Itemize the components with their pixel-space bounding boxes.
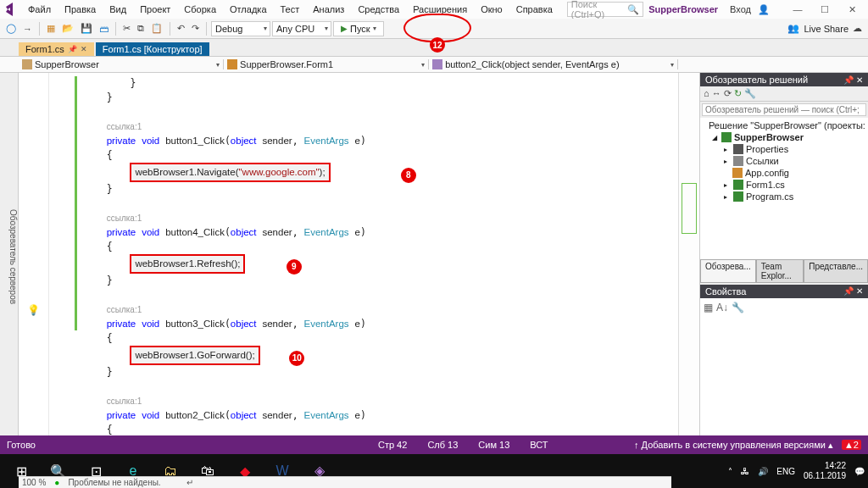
pin-icon[interactable]: 📌 [843, 75, 854, 85]
menu-tools[interactable]: Средства [352, 3, 405, 16]
new-project-icon[interactable]: ▦ [44, 22, 58, 35]
nav-project[interactable]: SupperBrowser [19, 59, 224, 69]
minimap-viewport[interactable] [682, 183, 697, 234]
props-wrench-icon[interactable]: 🔧 [732, 302, 744, 313]
menu-edit[interactable]: Правка [58, 3, 102, 16]
sign-in[interactable]: Вход [730, 4, 751, 14]
tray-chevron-icon[interactable]: ˄ [728, 467, 732, 476]
solution-root[interactable]: Решение "SupperBrowser" (проекты: 1 и [709, 120, 868, 130]
properties-panel: ▦ A↓ 🔧 [700, 298, 868, 436]
zoom-level[interactable]: 100 % [22, 478, 46, 487]
tab-team-explorer[interactable]: Team Explor... [756, 259, 804, 283]
open-icon[interactable]: 📂 [59, 22, 76, 35]
form1-node[interactable]: Form1.cs [746, 180, 785, 190]
menu-build[interactable]: Сборка [178, 3, 222, 16]
project-node[interactable]: SupperBrowser [734, 132, 804, 142]
tab-solution[interactable]: Обозрева... [700, 259, 756, 283]
quick-search[interactable]: Поиск (Ctrl+Q) 🔍 [567, 2, 643, 17]
menu-view[interactable]: Вид [103, 3, 132, 16]
solution-tree[interactable]: Решение "SupperBrowser" (проекты: 1 и ◢S… [700, 118, 868, 259]
categorized-icon[interactable]: ▦ [704, 302, 713, 313]
server-explorer-rail[interactable]: Обозреватель серверов [0, 73, 19, 435]
tab-form1-cs[interactable]: Form1.cs 📌 ✕ [19, 42, 94, 56]
minimize-button[interactable]: — [785, 2, 810, 17]
ok-icon: ● [54, 478, 59, 487]
menu-test[interactable]: Тест [275, 3, 306, 16]
home-icon[interactable]: ⌂ [704, 88, 709, 99]
csproj-icon [721, 132, 732, 142]
paste-icon[interactable]: 📋 [148, 22, 165, 35]
status-ins: ВСТ [530, 440, 548, 450]
menu-help[interactable]: Справка [510, 3, 559, 16]
solution-explorer-header[interactable]: Обозреватель решений 📌✕ [700, 73, 868, 86]
code-view[interactable]: } } ссылка:1 private void button1_Click(… [49, 73, 678, 435]
network-icon[interactable]: 🖧 [741, 467, 749, 476]
highlight-10: webBrowser1.GoForward(); [130, 346, 259, 365]
liveshare-icon[interactable]: 👥 [785, 22, 802, 35]
feedback-icon[interactable]: ☁ [850, 22, 865, 35]
right-panel-tabs: Обозрева... Team Explor... Представле... [700, 259, 868, 283]
save-icon[interactable]: 💾 [78, 22, 95, 35]
volume-icon[interactable]: 🔊 [758, 467, 768, 476]
solution-explorer-title: Обозреватель решений [705, 75, 808, 85]
tab-label: Form1.cs [25, 44, 64, 54]
properties-header[interactable]: Свойства 📌✕ [700, 285, 868, 298]
menu-file[interactable]: Файл [22, 3, 57, 16]
tab-form1-designer[interactable]: Form1.cs [Конструктор] [96, 42, 209, 56]
save-all-icon[interactable]: 🗃 [97, 23, 111, 35]
live-share-label[interactable]: Live Share [804, 24, 849, 34]
solution-search[interactable] [700, 102, 868, 118]
crlf-icon[interactable]: ↵ [186, 478, 193, 487]
pin-icon[interactable]: 📌 [68, 45, 77, 53]
platform-combo[interactable]: Any CPU [272, 21, 331, 36]
lightbulb-icon[interactable]: 💡 [27, 304, 40, 316]
collapse-icon[interactable]: ↔ [712, 88, 721, 99]
refresh-icon[interactable]: ↻ [734, 88, 742, 99]
clock[interactable]: 14:22 06.11.2019 [804, 461, 846, 481]
action-center-icon[interactable]: 💬 [854, 467, 865, 476]
copy-icon[interactable]: ⧉ [135, 22, 147, 35]
lang-indicator[interactable]: ENG [776, 467, 795, 476]
change-marker [75, 76, 77, 330]
highlight-8: webBrowser1.Navigate("www.google.com"); [130, 163, 330, 182]
undo-icon[interactable]: ↶ [175, 22, 187, 35]
menu-debug[interactable]: Отладка [224, 3, 272, 16]
references-node[interactable]: Ссылки [746, 156, 779, 166]
nav-method[interactable]: button2_Click(object sender, EventArgs e… [429, 59, 678, 69]
scm-add[interactable]: ↑ Добавить в систему управления версиями… [634, 440, 833, 451]
config-combo[interactable]: Debug [211, 21, 270, 36]
appconfig-node[interactable]: App.config [745, 168, 789, 178]
properties-node[interactable]: Properties [746, 144, 788, 154]
show-all-icon[interactable]: ⟳ [724, 88, 732, 99]
menu-window[interactable]: Окно [475, 3, 509, 16]
program-node[interactable]: Program.cs [746, 191, 793, 202]
app-title: SupperBrowser [643, 4, 723, 14]
tab-class-view[interactable]: Представле... [804, 259, 868, 283]
system-tray[interactable]: ˄ 🖧 🔊 ENG 14:22 06.11.2019 💬 [728, 461, 865, 481]
pin-icon[interactable]: 📌 [843, 286, 854, 296]
start-debug-button[interactable]: ▶ Пуск ▾ [333, 21, 384, 36]
play-icon: ▶ [341, 24, 348, 33]
notification-icon[interactable]: ▲2 [842, 440, 861, 450]
cut-icon[interactable]: ✂ [120, 22, 133, 35]
solution-search-input[interactable] [702, 103, 866, 116]
start-label: Пуск [350, 24, 370, 34]
close-icon[interactable]: ✕ [856, 286, 863, 296]
menu-project[interactable]: Проект [134, 3, 176, 16]
minimap[interactable] [678, 73, 700, 435]
error-status[interactable]: Проблемы не найдены. [68, 478, 160, 487]
close-icon[interactable]: ✕ [856, 75, 863, 85]
nav-fwd-icon[interactable]: → [20, 23, 35, 35]
close-tab-icon[interactable]: ✕ [81, 45, 87, 53]
user-icon[interactable]: 👤 [758, 4, 770, 15]
nav-class[interactable]: SupperBrowser.Form1 [224, 59, 429, 69]
alphabetical-icon[interactable]: A↓ [716, 302, 728, 313]
maximize-button[interactable]: ☐ [812, 2, 837, 17]
close-button[interactable]: ✕ [839, 2, 865, 17]
menu-analyze[interactable]: Анализ [307, 3, 350, 16]
csfile-icon [733, 191, 743, 202]
properties-icon[interactable]: 🔧 [744, 88, 756, 99]
nav-back-icon[interactable]: ◯ [3, 22, 19, 35]
editor: 💡 } } ссылка:1 private void button1_Clic… [19, 73, 700, 435]
redo-icon[interactable]: ↷ [189, 22, 202, 35]
